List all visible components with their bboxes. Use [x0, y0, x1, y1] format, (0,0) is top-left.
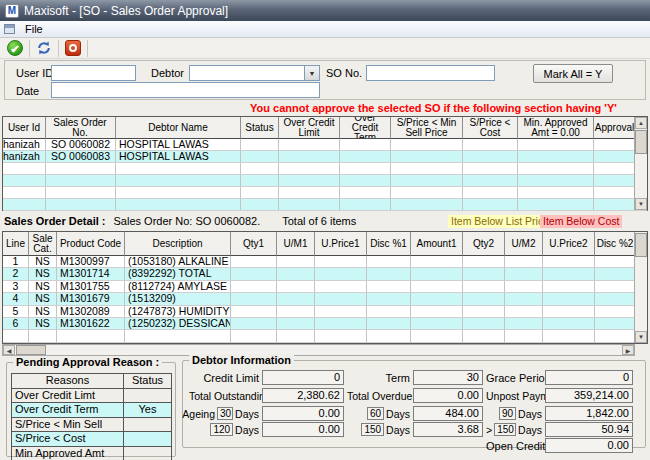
- cell-user-id: hanizah: [3, 151, 46, 162]
- scroll-down-icon[interactable]: ▼: [635, 198, 647, 210]
- so-grid-header: User Id Sales Order No. Debtor Name Stat…: [3, 117, 647, 139]
- col-line: Line: [3, 232, 29, 256]
- pending-table: Reasons Status Over Credit Limt Over Cre…: [11, 373, 172, 460]
- col-sprice-min-sell: S/Price < Min Sell Price: [391, 117, 463, 139]
- detail-row-2[interactable]: 2 NS M1301714 (8392292) TOTAL: [3, 268, 647, 280]
- cell-user-id: hanizah: [3, 139, 46, 150]
- so-no-label: SO No.: [326, 67, 362, 79]
- scroll-right-icon[interactable]: ▶: [622, 345, 634, 355]
- debtor-info-title: Debtor Information: [189, 354, 294, 366]
- col-sales-order-no: Sales Order No.: [46, 117, 116, 139]
- debtor-info-groupbox: Debtor Information Credit Limit 0 Term 3…: [182, 360, 646, 448]
- scroll-left-icon[interactable]: ◀: [3, 345, 15, 355]
- ageing-150-days-label: 150 Days: [347, 423, 410, 436]
- open-credit-field: 0.00: [545, 438, 633, 453]
- col-um1: U/M1: [277, 232, 315, 256]
- approve-check-icon: ✔: [7, 40, 23, 56]
- col-disc2: Disc %2: [595, 232, 636, 256]
- col-user-id: User Id: [3, 117, 46, 139]
- ageing-30-days-label: Ageing 30 Days: [189, 407, 259, 420]
- pending-row: Min Approved Amt: [12, 447, 171, 460]
- approve-button[interactable]: ✔: [3, 39, 27, 58]
- user-id-label: User ID: [16, 67, 53, 79]
- day-box-150: 150: [361, 423, 384, 436]
- col-over-credit-term: Over Credit Term: [340, 117, 391, 139]
- so-row-2[interactable]: hanizah SO 0060083 HOSPITAL LAWAS: [3, 151, 647, 163]
- scrollbar-thumb[interactable]: [16, 345, 46, 355]
- user-id-input[interactable]: [51, 65, 136, 81]
- col-approval: Approval: [594, 117, 636, 139]
- day-box-90: 90: [499, 407, 516, 420]
- total-outstanding-field: 2,380.62: [262, 388, 344, 403]
- total-overdue-field: 0.00: [413, 388, 483, 403]
- app-icon: M: [5, 4, 19, 18]
- legend-item-below-cost: Item Below Cost: [540, 215, 622, 228]
- date-input[interactable]: [51, 82, 320, 98]
- status-yes: Yes: [124, 403, 171, 417]
- detail-row-empty: [3, 330, 647, 342]
- debtor-info-row-3: Ageing 30 Days 0.00 60 Days 484.00 90 Da…: [189, 406, 633, 421]
- cell-so-no: SO 0060083: [46, 151, 116, 162]
- grace-period-label: Grace Period: [486, 372, 542, 384]
- cell-debtor-name: HOSPITAL LAWAS: [116, 139, 241, 150]
- pending-row: S/Price < Cost: [12, 432, 171, 447]
- ageing-90-days-label: 90 Days: [486, 407, 542, 420]
- so-row-empty: [3, 199, 647, 211]
- credit-limit-field: 0: [262, 370, 344, 385]
- so-row-1[interactable]: hanizah SO 0060082 HOSPITAL LAWAS: [3, 139, 647, 151]
- detail-row-5[interactable]: 5 NS M1302089 (1247873) HUMIDITY: [3, 306, 647, 318]
- so-row-empty: [3, 163, 647, 175]
- col-sale-cat: Sale Cat.: [29, 232, 57, 256]
- so-approval-grid: User Id Sales Order No. Debtor Name Stat…: [2, 116, 648, 211]
- col-qty2: Qty2: [463, 232, 505, 256]
- detail-row-3[interactable]: 3 NS M1301755 (8112724) AMYLASE: [3, 281, 647, 293]
- menu-bar: File: [0, 21, 650, 38]
- toolbar: ✔: [0, 38, 650, 59]
- detail-grid-vscrollbar[interactable]: ▼: [634, 232, 647, 343]
- total-outstanding-label: Total Outstanding: [189, 390, 259, 402]
- mark-all-button[interactable]: Mark All = Y: [533, 64, 613, 83]
- so-no-input[interactable]: [366, 65, 495, 81]
- debtor-label: Debtor: [151, 67, 184, 79]
- detail-row-1[interactable]: 1 NS M1300997 (1053180) ALKALINE: [3, 256, 647, 268]
- cell-debtor-name: HOSPITAL LAWAS: [116, 151, 241, 162]
- scrollbar-thumb[interactable]: [635, 233, 647, 257]
- ageing-60-field: 484.00: [413, 406, 483, 421]
- menu-file[interactable]: File: [20, 22, 48, 36]
- window-title: Maxisoft - [SO - Sales Order Approval]: [24, 4, 228, 18]
- detail-row-6[interactable]: 6 NS M1301622 (1250232) DESSICANT: [3, 318, 647, 330]
- detail-row-4[interactable]: 4 NS M1301679 (1513209): [3, 293, 647, 305]
- scrollbar-thumb[interactable]: [635, 130, 647, 154]
- chevron-down-icon[interactable]: ▼: [304, 66, 319, 80]
- detail-total-items: Total of 6 items: [282, 215, 356, 227]
- legend-item-below-list-price: Item Below List Price: [448, 215, 552, 228]
- scroll-up-icon[interactable]: ▲: [635, 117, 647, 129]
- col-min-approved-amt: Min. Approved Amt = 0.00: [518, 117, 594, 139]
- ageing-over-150-field: 50.94: [545, 422, 633, 437]
- so-row-empty: [3, 175, 647, 187]
- detail-grid-header: Line Sale Cat. Product Code Description …: [3, 232, 647, 256]
- col-uprice1: U.Price1: [315, 232, 367, 256]
- open-credit-label: Open Credit: [486, 440, 542, 452]
- date-label: Date: [16, 85, 39, 97]
- refresh-button[interactable]: [32, 39, 56, 58]
- title-bar: M Maxisoft - [SO - Sales Order Approval]: [0, 0, 650, 21]
- ageing-over-150-days-label: > 150 Days: [486, 423, 542, 436]
- col-sprice-cost: S/Price < Cost: [463, 117, 518, 139]
- unpost-payment-label: Unpost Payment: [486, 390, 542, 402]
- day-box-60: 60: [367, 407, 384, 420]
- detail-label: Sales Order Detail :: [4, 215, 106, 227]
- ageing-150-field: 3.68: [413, 422, 483, 437]
- ageing-120-field: 0.00: [262, 422, 344, 437]
- toolbar-separator: [58, 40, 59, 57]
- so-detail-grid: Line Sale Cat. Product Code Description …: [2, 231, 648, 344]
- col-debtor-name: Debtor Name: [116, 117, 241, 139]
- scroll-down-icon[interactable]: ▼: [635, 331, 647, 343]
- exit-button[interactable]: [61, 39, 85, 58]
- pending-approval-groupbox: Pending Approval Reason : Reasons Status…: [6, 362, 176, 457]
- debtor-combobox[interactable]: ▼: [189, 65, 320, 81]
- so-grid-vscrollbar[interactable]: ▲ ▼: [634, 117, 647, 210]
- detail-grid-hscrollbar[interactable]: ◀ ▶: [2, 344, 635, 356]
- toolbar-separator: [29, 40, 30, 57]
- ageing-90-field: 1,842.00: [545, 406, 633, 421]
